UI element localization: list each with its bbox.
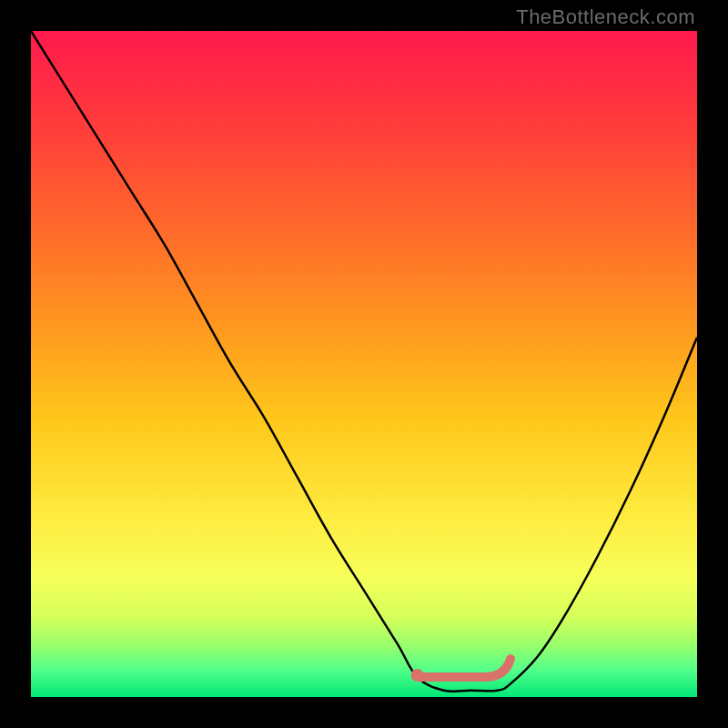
highlight-segment xyxy=(418,659,511,677)
bottleneck-curve xyxy=(31,31,697,692)
highlight-start-dot xyxy=(411,669,424,682)
plot-area xyxy=(31,31,697,697)
watermark-text: TheBottleneck.com xyxy=(516,5,695,29)
chart-frame: TheBottleneck.com xyxy=(0,0,728,728)
curve-svg xyxy=(31,31,697,697)
